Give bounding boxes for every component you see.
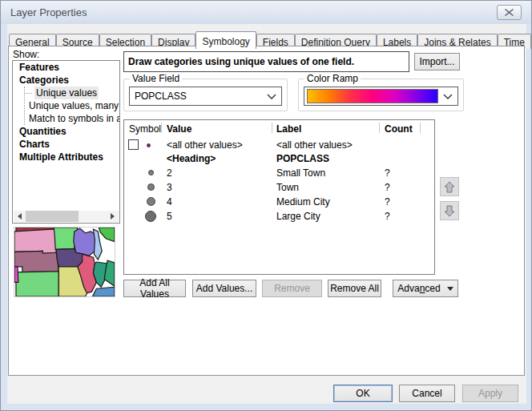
column-header-value[interactable]: Value <box>167 123 191 135</box>
advanced-button[interactable]: Advanced <box>393 280 458 297</box>
tree-item-label: Unique values <box>34 87 99 99</box>
row-value[interactable]: <Heading> <box>167 152 216 165</box>
values-list-panel: Symbol Value Label Count <all other valu… <box>123 119 435 275</box>
value-field-value: POPCLASS <box>130 91 262 102</box>
dropdown-caret-icon <box>447 287 453 294</box>
add-values-button[interactable]: Add Values... <box>192 280 256 297</box>
tree-item-multiple-attributes[interactable]: Multiple Attributes <box>13 151 119 163</box>
arrow-up-icon <box>444 181 455 193</box>
tree-item-features[interactable]: Features <box>13 61 119 74</box>
chevron-down-icon <box>262 94 281 99</box>
tree-item-categories[interactable]: Categories <box>13 74 119 87</box>
row-label[interactable]: <all other values> <box>276 139 353 151</box>
advanced-label: ced <box>425 283 440 294</box>
map-state <box>93 229 102 260</box>
tree-item-unique-values[interactable]: Unique values <box>25 87 119 99</box>
row-value[interactable]: 3 <box>167 181 172 194</box>
row-label[interactable]: Small Town <box>276 167 325 179</box>
map-state <box>74 228 97 256</box>
row-value[interactable]: 4 <box>167 195 172 208</box>
import-button[interactable]: Import... <box>414 53 460 71</box>
categories-children: Unique values Unique values, many Match … <box>24 87 119 125</box>
row-count: ? <box>385 181 390 194</box>
symbology-page: Show: Features Categories Unique values … <box>8 46 525 376</box>
symbol-dot[interactable] <box>148 170 154 175</box>
row-count: ? <box>385 167 390 179</box>
row-count: ? <box>385 210 390 223</box>
color-ramp-swatch <box>307 89 438 103</box>
description-text: Draw categories using unique values of o… <box>128 56 354 67</box>
tree-item-label: Match to symbols in a <box>27 112 120 125</box>
map-preview <box>14 227 115 297</box>
tree-item-quantities[interactable]: Quantities <box>13 125 119 138</box>
map-state <box>14 229 56 253</box>
row-label[interactable]: POPCLASS <box>276 152 329 165</box>
column-header-symbol[interactable]: Symbol <box>129 123 161 135</box>
advanced-accesskey: n <box>420 283 425 294</box>
layer-properties-dialog: Layer Properties General Source Selectio… <box>0 0 532 411</box>
map-state <box>14 267 18 283</box>
tree-item-label: Unique values, many <box>27 99 120 112</box>
value-field-group: Value Field POPCLASS <box>123 79 288 111</box>
map-state <box>99 228 115 242</box>
map-state <box>16 272 58 296</box>
remove-all-button[interactable]: Remove All <box>328 280 381 297</box>
value-field-dropdown[interactable]: POPCLASS <box>129 87 282 106</box>
dialog-body: General Source Selection Display Symbolo… <box>7 24 526 404</box>
color-ramp-group-label: Color Ramp <box>304 73 361 84</box>
column-header-count[interactable]: Count <box>385 123 413 135</box>
show-tree: Features Categories Unique values Unique… <box>12 60 120 224</box>
tree-item-unique-values-many[interactable]: Unique values, many <box>25 99 119 112</box>
title-bar[interactable]: Layer Properties <box>1 1 531 24</box>
scroll-right-arrow[interactable] <box>107 211 119 222</box>
row-value[interactable]: <all other values> <box>167 139 243 151</box>
symbol-dot[interactable] <box>147 183 155 191</box>
advanced-label: Adva <box>397 283 419 294</box>
row-value[interactable]: 5 <box>167 210 172 223</box>
row-label[interactable]: Large City <box>276 210 320 223</box>
arrow-down-icon <box>444 205 455 217</box>
close-icon <box>505 9 514 16</box>
move-down-button[interactable] <box>440 201 459 220</box>
row-count: ? <box>385 195 390 208</box>
all-other-values-checkbox[interactable] <box>128 139 139 150</box>
map-state <box>14 251 58 272</box>
color-ramp-group: Color Ramp <box>298 79 464 111</box>
row-label[interactable]: Town <box>276 181 299 194</box>
tab-symbology[interactable]: Symbology <box>195 31 256 49</box>
add-all-values-button[interactable]: Add All Values <box>123 280 186 297</box>
tree-horizontal-scrollbar[interactable] <box>14 211 119 222</box>
tree-item-match-symbols[interactable]: Match to symbols in a <box>25 112 119 125</box>
column-header-label[interactable]: Label <box>276 123 301 135</box>
window-title: Layer Properties <box>1 6 87 18</box>
color-ramp-dropdown[interactable] <box>304 87 458 106</box>
symbol-dot[interactable] <box>147 197 155 206</box>
move-up-button[interactable] <box>440 177 459 196</box>
ok-button[interactable]: OK <box>333 385 393 402</box>
tree-connector <box>25 93 32 94</box>
close-button[interactable] <box>497 5 522 20</box>
remove-button: Remove <box>262 280 322 297</box>
scroll-left-arrow[interactable] <box>14 211 26 222</box>
description-box: Draw categories using unique values of o… <box>123 51 409 72</box>
row-value[interactable]: 2 <box>167 167 172 179</box>
cancel-button[interactable]: Cancel <box>399 385 455 402</box>
tree-item-charts[interactable]: Charts <box>13 138 119 151</box>
scrollbar-thumb[interactable] <box>26 211 79 222</box>
chevron-down-icon <box>438 94 457 99</box>
apply-button: Apply <box>462 385 518 402</box>
value-field-group-label: Value Field <box>130 73 182 84</box>
map-state <box>92 287 115 296</box>
symbol-dot[interactable] <box>147 143 151 147</box>
show-label: Show: <box>13 49 39 60</box>
symbol-dot[interactable] <box>145 211 156 222</box>
row-label[interactable]: Medium City <box>276 195 330 208</box>
